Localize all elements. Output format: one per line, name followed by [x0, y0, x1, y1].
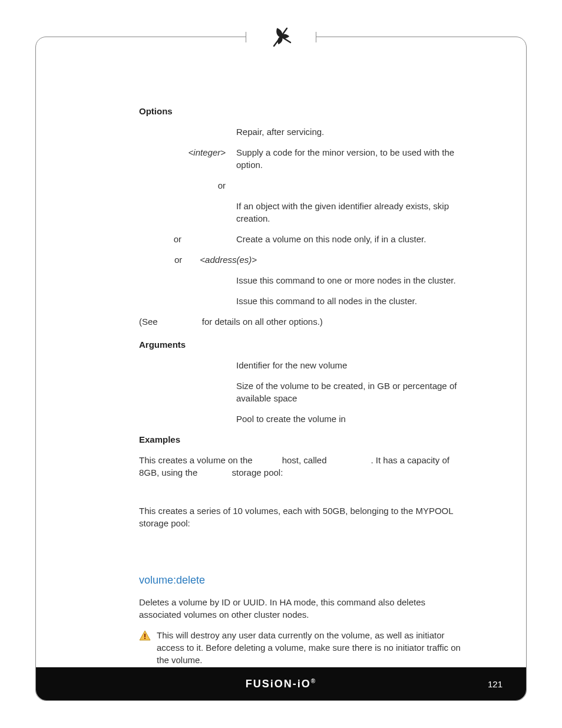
options-heading: Options: [139, 105, 467, 117]
see-options-line: (See for details on all other options.): [139, 315, 467, 328]
page-frame: Options Repair, after servicing. <intege…: [35, 37, 527, 701]
option-row: <integer> Supply a code for the minor ve…: [139, 146, 467, 171]
option-desc: Issue this command to one or more nodes …: [236, 274, 467, 286]
volume-delete-heading: volume:delete: [139, 573, 467, 588]
see-link[interactable]: [160, 317, 200, 327]
footer-bar: FUSiON-iO® 121: [36, 667, 526, 700]
header-logo-wrap: [246, 21, 316, 52]
option-desc: Issue this command to all nodes in the c…: [236, 295, 467, 307]
option-desc: Supply a code for the minor version, to …: [236, 146, 467, 171]
option-row: or: [139, 179, 467, 192]
option-row: Issue this command to one or more nodes …: [139, 274, 467, 286]
argument-desc: Size of the volume to be created, in GB …: [236, 380, 467, 404]
option-key: or: [139, 179, 236, 192]
option-row: Repair, after servicing.: [139, 126, 467, 138]
option-desc: Create a volume on this node only, if in…: [192, 233, 467, 245]
argument-desc: Pool to create the volume in: [236, 413, 467, 425]
leaf-logo-icon: [269, 25, 293, 48]
svg-rect-3: [144, 634, 146, 637]
option-key-or: or: [174, 253, 182, 266]
option-row: Issue this command to all nodes in the c…: [139, 295, 467, 307]
argument-row: Pool to create the volume in: [139, 413, 467, 425]
argument-row: Identifier for the new volume: [139, 359, 467, 371]
footer-brand-logo: FUSiON-iO®: [246, 678, 316, 690]
option-desc: If an object with the given identifier a…: [236, 200, 467, 225]
volume-delete-intro: Deletes a volume by ID or UUID. In HA mo…: [139, 596, 467, 621]
svg-rect-4: [144, 638, 146, 639]
option-row: or Create a volume on this node only, if…: [139, 233, 467, 245]
option-desc: Repair, after servicing.: [236, 126, 467, 138]
examples-heading: Examples: [139, 433, 467, 446]
arguments-heading: Arguments: [139, 338, 467, 351]
warning-block: This will destroy any user data currentl…: [139, 629, 467, 666]
option-key: or: [139, 233, 192, 245]
option-row: If an object with the given identifier a…: [139, 200, 467, 225]
option-key: <integer>: [139, 146, 236, 171]
option-key-addresses: <address(es)>: [200, 253, 257, 266]
warning-icon: [139, 630, 151, 641]
example-text: This creates a series of 10 volumes, eac…: [139, 505, 467, 529]
warning-text: This will destroy any user data currentl…: [157, 629, 467, 666]
option-row: or <address(es)>: [139, 253, 467, 266]
argument-desc: Identifier for the new volume: [236, 359, 467, 371]
page-content: Options Repair, after servicing. <intege…: [139, 105, 467, 618]
argument-row: Size of the volume to be created, in GB …: [139, 380, 467, 404]
example-text: This creates a volume on the host, calle…: [139, 454, 467, 479]
page-number: 121: [488, 679, 503, 689]
